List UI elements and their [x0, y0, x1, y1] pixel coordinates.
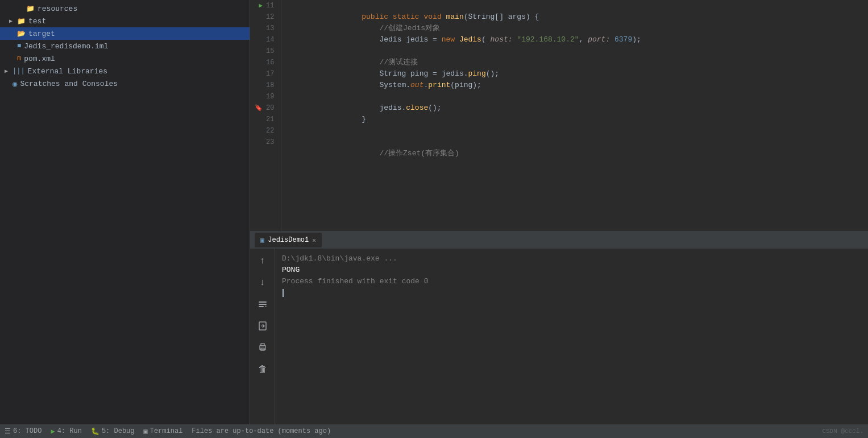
svg-rect-2 [259, 306, 264, 307]
sidebar: 📁 resources ▶ 📁 test 📂 target [0, 0, 250, 424]
sidebar-item-label: External Libraries [28, 67, 107, 76]
sidebar-item-pom-xml[interactable]: m pom.xml [0, 52, 250, 65]
code-line-21 [290, 114, 868, 125]
console-line-pong: PONG [282, 265, 861, 276]
bottom-content: ↑ ↓ [250, 249, 868, 424]
code-content[interactable]: public static void main(String[] args) {… [281, 0, 868, 231]
folder-icon: 📂 [17, 30, 26, 38]
sidebar-item-label: target [28, 30, 55, 38]
line-number-23: 23 [255, 137, 274, 148]
console-tab-icon: ▣ [260, 236, 264, 245]
scroll-top-button[interactable]: ↑ [255, 253, 271, 269]
arrow-icon: ▶ [5, 68, 11, 75]
status-message: Files are up-to-date (moments ago) [192, 427, 331, 435]
status-debug-label: 5: Debug [102, 427, 135, 435]
soft-wrap-button[interactable] [255, 296, 271, 312]
main-area: 📁 resources ▶ 📁 test 📂 target [0, 0, 868, 424]
sidebar-item-label: pom.xml [24, 55, 55, 63]
status-terminal[interactable]: ▣ Terminal [143, 427, 182, 436]
sidebar-item-scratches[interactable]: ◉ Scratches and Consoles [0, 77, 250, 90]
code-line-22 [290, 125, 868, 137]
debug-icon: 🐛 [91, 427, 99, 436]
svg-rect-5 [261, 344, 264, 346]
line-number-14: 14 [255, 34, 274, 46]
svg-rect-1 [259, 304, 267, 305]
svg-rect-6 [261, 348, 264, 350]
status-left: ☰ 6: TODO ▶ 4: Run 🐛 5: Debug ▣ Terminal… [5, 427, 331, 436]
sidebar-item-external-libs[interactable]: ▶ ||| External Libraries [0, 65, 250, 77]
code-line-23: //操作Zset(有序集合) [290, 137, 868, 148]
line-number-12: 12 [255, 11, 274, 23]
todo-icon: ☰ [5, 427, 11, 436]
import-button[interactable] [255, 318, 271, 334]
console-line-cursor [282, 287, 861, 299]
console-line-cmd: D:\jdk1.8\bin\java.exe ... [282, 253, 861, 265]
tab-close-button[interactable]: ✕ [312, 237, 316, 244]
sidebar-item-label: Jedis_redisdemo.iml [24, 42, 108, 51]
folder-icon: 📁 [26, 5, 35, 13]
sidebar-item-label: test [28, 17, 46, 26]
sidebar-item-resources[interactable]: 📁 resources [0, 2, 250, 15]
line-number-18: 18 [255, 80, 274, 91]
status-todo[interactable]: ☰ 6: TODO [5, 427, 41, 436]
line-number-15: 15 [255, 46, 274, 57]
sidebar-tree: 📁 resources ▶ 📁 test 📂 target [0, 0, 250, 424]
sidebar-item-test[interactable]: ▶ 📁 test [0, 15, 250, 27]
console-line-exit: Process finished with exit code 0 [282, 276, 861, 287]
console-sidebar: ↑ ↓ [250, 249, 275, 424]
editor-area: ▶ 11 12 13 14 [250, 0, 868, 231]
tab-jedisdemo1[interactable]: ▣ JedisDemo1 ✕ [255, 233, 322, 247]
folder-icon: 📁 [17, 17, 26, 26]
code-line-19: jedis.close(); [290, 91, 868, 102]
line-number-20: 🔖 20 [255, 102, 274, 114]
status-right: CSDN @cccl. [822, 428, 863, 435]
line-number-21: 21 [255, 114, 274, 125]
status-todo-label: 6: TODO [13, 427, 41, 435]
console-text-pong: PONG [282, 265, 300, 276]
status-bar: ☰ 6: TODO ▶ 4: Run 🐛 5: Debug ▣ Terminal… [0, 424, 868, 438]
arrow-icon: ▶ [9, 18, 16, 24]
scratches-icon: ◉ [13, 79, 17, 89]
status-run[interactable]: ▶ 4: Run [51, 427, 81, 436]
run-icon: ▶ [51, 427, 55, 436]
file-xml-icon: m [17, 55, 21, 63]
code-view[interactable]: ▶ 11 12 13 14 [250, 0, 868, 231]
scroll-bottom-button[interactable]: ↓ [255, 275, 271, 291]
code-line-11: public static void main(String[] args) { [290, 0, 868, 11]
bottom-tabs: ▣ JedisDemo1 ✕ [250, 232, 868, 249]
library-icon: ||| [13, 67, 25, 75]
console-text-cmd: D:\jdk1.8\bin\java.exe ... [282, 253, 397, 265]
status-debug[interactable]: 🐛 5: Debug [91, 427, 135, 436]
line-numbers: ▶ 11 12 13 14 [250, 0, 281, 231]
tab-label: JedisDemo1 [268, 236, 309, 244]
status-credit: CSDN @cccl. [822, 428, 863, 435]
console-text-exit: Process finished with exit code 0 [282, 276, 428, 287]
status-run-label: 4: Run [57, 427, 82, 435]
run-button-11[interactable]: ▶ [259, 0, 263, 11]
clear-button[interactable]: 🗑 [255, 361, 271, 377]
bottom-panel: ▣ JedisDemo1 ✕ ↑ ↓ [250, 231, 868, 424]
sidebar-item-jedis-iml[interactable]: ■ Jedis_redisdemo.iml [0, 40, 250, 52]
bookmark-icon-20: 🔖 [255, 102, 263, 114]
line-number-22: 22 [255, 125, 274, 137]
line-number-17: 17 [255, 68, 274, 80]
console-output[interactable]: D:\jdk1.8\bin\java.exe ... PONG Process … [275, 249, 868, 424]
print-button[interactable] [255, 340, 271, 356]
file-icon: ■ [17, 42, 21, 50]
line-number-19: 19 [255, 91, 274, 102]
line-number-16: 16 [255, 57, 274, 68]
sidebar-item-target[interactable]: 📂 target [0, 27, 250, 40]
sidebar-item-label: resources [38, 5, 77, 13]
console-cursor [283, 289, 284, 297]
status-terminal-label: Terminal [150, 427, 183, 435]
terminal-icon: ▣ [143, 427, 147, 436]
line-number-11: ▶ 11 [255, 0, 274, 11]
line-number-13: 13 [255, 23, 274, 34]
code-line-15: //测试连接 [290, 46, 868, 57]
svg-rect-0 [259, 301, 267, 303]
sidebar-item-label: Scratches and Consoles [20, 80, 118, 88]
